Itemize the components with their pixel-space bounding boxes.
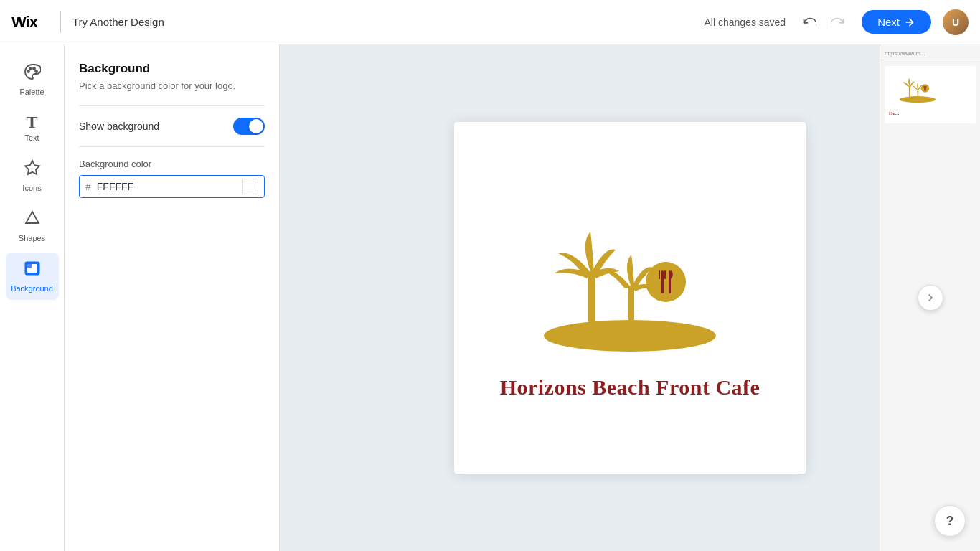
svg-rect-9 [588, 271, 595, 332]
show-background-label: Show background [79, 121, 159, 132]
sidebar-item-icons[interactable]: Icons [6, 152, 59, 199]
svg-rect-12 [661, 270, 664, 293]
icon-sidebar: Palette T Text Icons Shapes [0, 44, 65, 551]
palette-icon [24, 63, 41, 85]
header-divider [60, 11, 61, 33]
color-input-row: # [79, 175, 265, 198]
preview-company-name: Ho... [889, 110, 971, 116]
sidebar-item-shapes[interactable]: Shapes [6, 202, 59, 250]
avatar-image: U [943, 9, 969, 35]
shapes-label: Shapes [19, 234, 45, 242]
chevron-right-icon [925, 292, 936, 303]
background-label: Background [11, 284, 53, 293]
palette-label: Palette [19, 88, 44, 96]
logo-company-name: Horizons Beach Front Cafe [500, 375, 760, 400]
svg-rect-18 [918, 89, 919, 100]
preview-card: Ho... [885, 66, 976, 123]
svg-point-2 [33, 67, 35, 70]
svg-rect-20 [924, 86, 925, 91]
avatar[interactable]: U [943, 9, 969, 35]
show-background-row: Show background [79, 118, 265, 135]
hash-symbol: # [85, 181, 91, 192]
redo-button[interactable] [826, 10, 850, 34]
show-background-toggle[interactable] [233, 118, 265, 135]
color-swatch[interactable] [242, 179, 258, 194]
panel-divider-2 [79, 146, 265, 147]
svg-point-1 [29, 67, 32, 70]
svg-point-19 [921, 84, 930, 93]
svg-point-0 [27, 70, 29, 72]
svg-rect-23 [925, 86, 926, 91]
svg-rect-14 [664, 270, 666, 279]
next-button[interactable]: Next [862, 10, 931, 34]
svg-point-3 [35, 70, 37, 72]
svg-marker-4 [25, 161, 39, 174]
header: Wix Try Another Design All changes saved… [0, 0, 980, 44]
header-right: All changes saved Next U [705, 9, 969, 35]
svg-point-11 [646, 262, 686, 302]
right-preview: https://www.m... [880, 44, 980, 551]
logo-card: Horizons Beach Front Cafe [454, 122, 806, 474]
undo-button[interactable] [797, 10, 821, 34]
preview-url: https://www.m... [880, 44, 980, 60]
color-hex-input[interactable] [97, 181, 237, 192]
background-icon [24, 260, 41, 281]
svg-rect-7 [27, 264, 32, 268]
panel-title: Background [79, 62, 265, 76]
svg-rect-13 [659, 270, 660, 279]
logo-svg [522, 196, 738, 368]
panel-subtitle: Pick a background color for your logo. [79, 80, 265, 91]
svg-rect-15 [669, 270, 671, 293]
toggle-knob [249, 119, 263, 133]
sidebar-item-text[interactable]: T Text [6, 106, 59, 149]
sidebar-item-palette[interactable]: Palette [6, 56, 59, 103]
wix-logo: Wix [11, 13, 37, 32]
save-status: All changes saved [705, 17, 786, 28]
bg-color-label: Background color [79, 159, 265, 169]
icons-icon [24, 159, 41, 181]
help-button[interactable]: ? [934, 505, 966, 537]
text-icon: T [26, 113, 37, 131]
icons-label: Icons [22, 184, 41, 192]
chevron-right-container [918, 285, 943, 311]
preview-logo-svg [889, 70, 946, 106]
panel-divider-1 [79, 105, 265, 106]
svg-rect-17 [909, 86, 910, 99]
svg-rect-10 [628, 286, 634, 336]
shapes-icon [24, 209, 41, 231]
chevron-right-button[interactable] [918, 285, 943, 311]
header-title: Try Another Design [72, 16, 164, 28]
body: Palette T Text Icons Shapes [0, 44, 980, 551]
canvas-area: Horizons Beach Front Cafe https://www.m.… [280, 44, 980, 551]
help-icon: ? [946, 514, 954, 529]
wix-logo-text: Wix [11, 13, 37, 32]
logo-graphic: Horizons Beach Front Cafe [500, 196, 760, 400]
undo-redo-group [797, 10, 850, 34]
text-label: Text [24, 133, 39, 142]
panel: Background Pick a background color for y… [65, 44, 280, 551]
sidebar-item-background[interactable]: Background [6, 253, 59, 300]
